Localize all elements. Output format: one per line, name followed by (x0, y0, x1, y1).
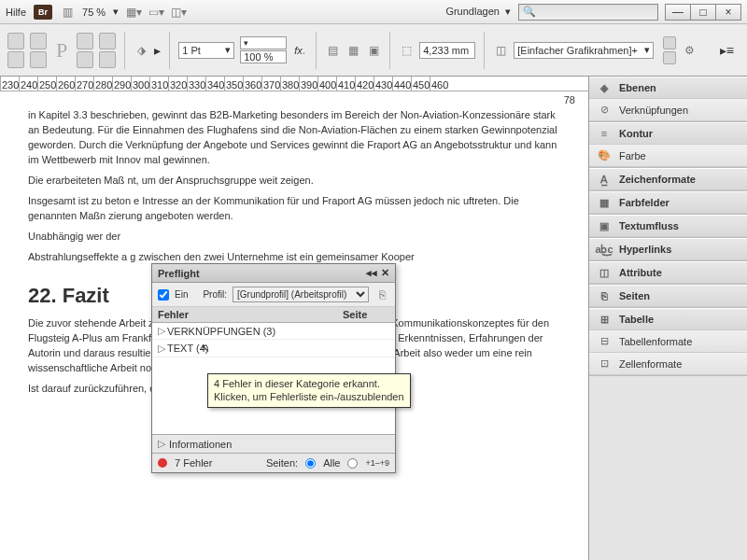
panel-icon: ⊟ (597, 334, 612, 349)
toolbar-menu-icon[interactable]: ▸≡ (720, 43, 740, 58)
nav-icon[interactable]: ▥ (60, 5, 75, 20)
page-number: 78 (564, 93, 575, 108)
panel-tabelle[interactable]: ⊞Tabelle (589, 308, 747, 330)
panel-icon: ▣ (597, 218, 612, 233)
measure-field[interactable]: 4,233 mm (419, 42, 475, 59)
maximize-button[interactable]: □ (690, 4, 716, 21)
tool-icon[interactable] (30, 33, 47, 49)
error-category[interactable]: ▷TEXT (4)↖ (152, 340, 395, 357)
horizontal-ruler: 2302402502602702802903003103203303403503… (0, 77, 588, 91)
stroke-weight[interactable]: 1 Pt▾ (178, 42, 234, 59)
tool-icon[interactable] (99, 33, 116, 49)
panel-label: Kontur (619, 128, 653, 139)
wrap-icon[interactable]: ▤ (325, 43, 340, 58)
panel-label: Zeichenformate (619, 174, 696, 185)
minimize-button[interactable]: — (665, 4, 691, 21)
tool-icon[interactable] (663, 36, 676, 49)
panel-label: Farbe (619, 150, 646, 161)
error-indicator-icon (158, 458, 167, 468)
panel-close-icon[interactable]: ✕ (381, 267, 389, 279)
panel-icon: ⊘ (597, 103, 612, 118)
tooltip: 4 Fehler in dieser Kategorie erkannt. Kl… (207, 373, 411, 408)
panel-verknüpfungen[interactable]: ⊘Verknüpfungen (589, 99, 747, 121)
body-text: in Kapitel 3.3 beschrieben, gewinnt das … (28, 108, 560, 168)
preflight-footer: 7 Fehler Seiten: Alle +1–+9 (152, 454, 395, 472)
tool-icon[interactable] (663, 51, 676, 64)
panel-tabellenformate[interactable]: ⊟Tabellenformate (589, 330, 747, 353)
panel-farbe[interactable]: 🎨Farbe (589, 145, 747, 167)
panel-textumfluss[interactable]: ▣Textumfluss (589, 215, 747, 237)
pages-label: Seiten: (266, 457, 298, 469)
preflight-title: Preflight (158, 268, 200, 279)
wrap-icon[interactable]: ▦ (345, 43, 360, 58)
tool-icon[interactable] (7, 51, 24, 68)
opts-icon[interactable]: ⚙ (682, 43, 697, 58)
tool-icon[interactable] (99, 51, 116, 68)
style-icon[interactable]: ◫ (493, 43, 508, 58)
close-button[interactable]: × (715, 4, 741, 21)
panel-kontur[interactable]: ≡Kontur (589, 122, 747, 145)
panel-label: Farbfelder (619, 197, 669, 208)
zoom-select[interactable]: 75 %▾ (82, 6, 119, 18)
tool-icon[interactable] (77, 51, 93, 68)
tool-icon[interactable] (30, 51, 47, 68)
panel-icon: A̲ (597, 172, 612, 187)
pct-field[interactable]: 100 % (240, 50, 287, 63)
panel-icon: ▦ (597, 195, 612, 210)
panel-icon: 🎨 (597, 148, 612, 163)
profile-label: Profil: (203, 289, 227, 300)
profile-select[interactable]: [Grundprofil] (Arbeitsprofil) (233, 287, 369, 302)
panel-farbfelder[interactable]: ▦Farbfelder (589, 191, 747, 214)
panel-label: Ebenen (619, 82, 656, 93)
screen-mode-icon[interactable]: ▭▾ (148, 5, 163, 20)
panel-icon: ⊞ (597, 312, 612, 327)
object-style[interactable]: [Einfacher Grafikrahmen]+▾ (514, 42, 654, 59)
right-panels: ◈Ebenen⊘Verknüpfungen≡Kontur🎨FarbeA̲Zeic… (588, 77, 747, 560)
panel-label: Verknüpfungen (619, 105, 688, 116)
panel-icon: ab͜c (597, 242, 612, 257)
panel-attribute[interactable]: ◫Attribute (589, 261, 747, 284)
corner-icon[interactable]: ⬚ (399, 43, 414, 58)
preflight-enable-checkbox[interactable] (158, 289, 169, 301)
body-text: Die erarbeiteten Maß nt, um der Anspruch… (28, 174, 560, 189)
error-columns: Fehler Seite (152, 307, 395, 323)
search-field[interactable]: 🔍 (518, 4, 658, 21)
control-toolbar: P ⬗ ▸ 1 Pt▾ ▾ 100 % fx. ▤ ▦ ▣ ⬚ 4,233 mm… (0, 24, 747, 77)
body-text: Unabhängig wer der (28, 230, 560, 245)
arrange-icon[interactable]: ◫▾ (171, 5, 186, 20)
document-area: 2302402502602702802903003103203303403503… (0, 77, 588, 560)
preflight-enable-label: Ein (175, 289, 188, 300)
panel-label: Tabelle (619, 314, 654, 325)
bridge-button[interactable]: Br (34, 5, 52, 20)
flip-icon[interactable]: ⬗ (134, 43, 148, 58)
help-menu[interactable]: Hilfe (6, 7, 26, 18)
field[interactable]: ▾ (240, 36, 287, 49)
panel-label: Zellenformate (619, 358, 682, 370)
fx-icon[interactable]: fx. (292, 43, 307, 58)
panel-hyperlinks[interactable]: ab͜cHyperlinks (589, 238, 747, 260)
panel-label: Attribute (619, 267, 662, 278)
info-section[interactable]: ▷Informationen (152, 435, 395, 454)
panel-icon: ≡ (597, 126, 612, 141)
panel-seiten[interactable]: ⎘Seiten (589, 285, 747, 307)
pages-range-radio[interactable] (347, 458, 358, 469)
error-category[interactable]: ▷VERKNÜPFUNGEN (3) (152, 323, 395, 340)
panel-label: Hyperlinks (619, 244, 671, 255)
pages-all-radio[interactable] (305, 458, 316, 469)
panel-collapse-icon[interactable]: ◂◂ (366, 267, 377, 279)
panel-ebenen[interactable]: ◈Ebenen (589, 77, 747, 99)
workspace-switcher[interactable]: Grundlagen ▾ (445, 6, 511, 18)
char-panel-icon[interactable]: P (52, 38, 71, 63)
panel-zellenformate[interactable]: ⊡Zellenformate (589, 353, 747, 375)
preflight-titlebar[interactable]: Preflight ◂◂✕ (152, 264, 395, 283)
panel-icon: ◫ (597, 265, 612, 280)
tool-icon[interactable] (7, 33, 24, 49)
profile-embed-icon[interactable]: ⎘ (374, 287, 389, 302)
panel-zeichenformate[interactable]: A̲Zeichenformate (589, 168, 747, 190)
wrap-icon[interactable]: ▣ (366, 43, 381, 58)
panel-icon: ⎘ (597, 288, 612, 303)
panel-label: Textumfluss (619, 220, 679, 231)
preflight-panel: Preflight ◂◂✕ Ein Profil: [Grundprofil] … (151, 263, 396, 473)
tool-icon[interactable] (77, 33, 93, 49)
view-options-icon[interactable]: ▦▾ (126, 5, 141, 20)
